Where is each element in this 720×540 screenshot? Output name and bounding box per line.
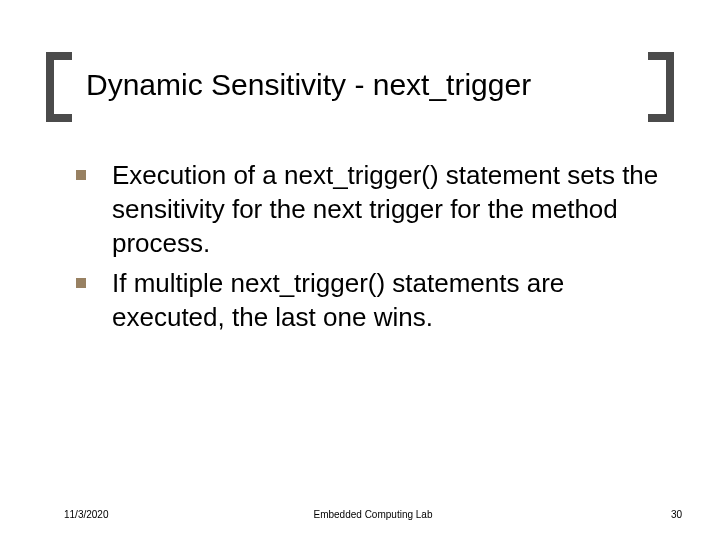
bracket-right-icon [648, 52, 674, 122]
footer-page-number: 30 [671, 509, 682, 520]
list-item: Execution of a next_trigger() statement … [76, 158, 674, 260]
footer-center: Embedded Computing Lab [64, 509, 682, 520]
body-content: Execution of a next_trigger() statement … [76, 158, 674, 340]
slide: Dynamic Sensitivity - next_trigger Execu… [0, 0, 720, 540]
square-bullet-icon [76, 170, 86, 180]
list-item: If multiple next_trigger() statements ar… [76, 266, 674, 334]
title-bar: Dynamic Sensitivity - next_trigger [46, 52, 674, 122]
slide-title: Dynamic Sensitivity - next_trigger [86, 68, 531, 102]
square-bullet-icon [76, 278, 86, 288]
list-item-text: Execution of a next_trigger() statement … [112, 158, 674, 260]
list-item-text: If multiple next_trigger() statements ar… [112, 266, 674, 334]
bracket-left-icon [46, 52, 72, 122]
